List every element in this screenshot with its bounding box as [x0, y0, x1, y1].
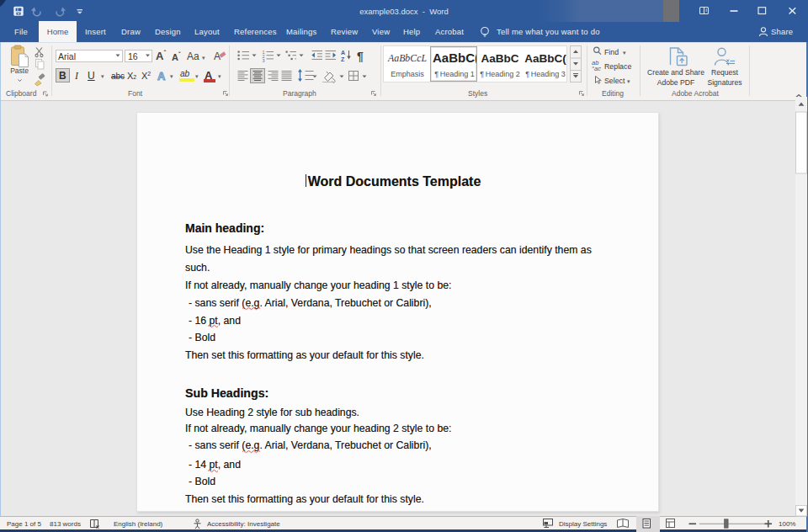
- svg-text:ac: ac: [594, 65, 601, 72]
- svg-text:3: 3: [263, 58, 265, 63]
- svg-text:Z: Z: [341, 56, 345, 62]
- svg-text:A: A: [341, 50, 345, 56]
- svg-text:¶: ¶: [357, 50, 364, 63]
